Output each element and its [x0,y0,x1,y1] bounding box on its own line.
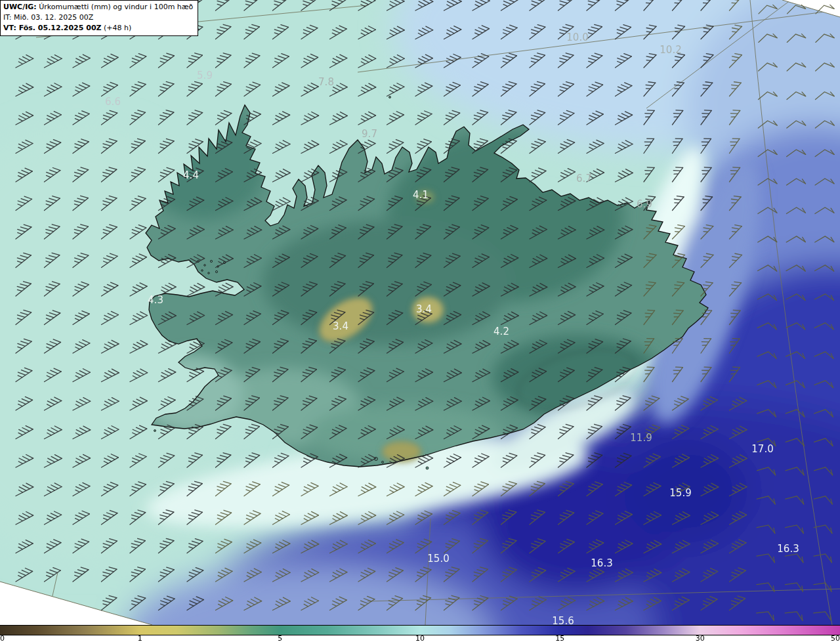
precip-value-label: 4.2 [494,326,509,337]
precip-value-label: 6.9 [637,198,652,210]
precip-value-label: 10.2 [660,44,681,56]
title-box: UWC/IG: Úrkomumætti (mm) og vindur i 100… [0,0,198,36]
colorbar-tick-label: 15 [555,635,564,642]
precip-value-label: 4.1 [413,189,429,201]
precip-value-label: 4.4 [183,169,199,181]
precip-value-label: 15.0 [427,553,449,565]
colorbar-tick-row: 01510153050 [0,635,840,642]
precip-value-label: 17.0 [751,443,773,455]
colorbar-tick-label: 50 [831,635,840,642]
colorbar-tick-label: 5 [278,635,282,642]
precip-colorbar: 01510153050 [0,625,840,642]
weather-map-screenshot: 10.010.25.96.67.89.74.44.16.76.94.33.43.… [0,0,840,642]
precip-value-label: 7.8 [318,76,334,88]
precip-value-label: 16.3 [777,543,799,555]
precip-value-label: 6.7 [576,173,592,184]
colorbar-tick-label: 10 [415,635,425,642]
precip-value-label: 9.7 [362,128,377,140]
precip-value-label: 6.6 [105,96,121,108]
valid-offset-label: (+48 h) [102,24,132,32]
precip-value-label: 4.3 [148,294,163,306]
product-desc-label: Úrkomumætti (mm) og vindur i 100m hæð [37,3,194,11]
precip-value-label: 16.3 [591,557,612,569]
precip-value-label: 10.0 [566,32,588,43]
title-line: UWC/IG: Úrkomumætti (mm) og vindur i 100… [3,2,193,12]
precip-value-label: 11.9 [630,432,652,444]
precip-value-label: 15.9 [669,487,691,499]
colorbar-tick-label: 30 [696,635,705,642]
precip-value-label: 5.9 [197,70,213,81]
precip-value-label: 3.4 [416,303,432,315]
colorbar-tick-label: 1 [138,635,142,642]
precip-value-label: 3.4 [333,320,348,332]
valid-time-label: VT: Fös. 05.12.2025 00Z [3,24,102,32]
product-id-label: UWC/IG: [3,3,37,11]
map-area: 10.010.25.96.67.89.74.44.16.76.94.33.43.… [0,0,840,625]
valid-time-line: VT: Fös. 05.12.2025 00Z (+48 h) [3,23,193,33]
init-time-line: IT: Mið. 03. 12. 2025 00Z [3,12,193,23]
colorbar-tick-label: 0 [0,635,5,642]
precip-value-label: 15.6 [552,615,574,625]
